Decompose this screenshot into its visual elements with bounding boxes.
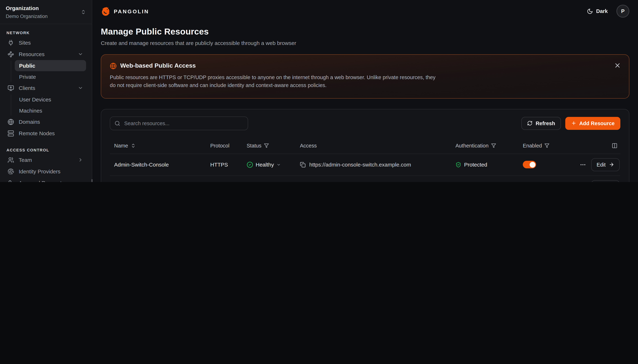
sidebar: Organization Demo Organization NETWORKSi… bbox=[0, 0, 92, 182]
sidebar-item-label: Remote Nodes bbox=[19, 130, 83, 136]
chevron-right-icon bbox=[78, 157, 83, 162]
resource-name: Admin-Switch-Console bbox=[114, 162, 169, 168]
cell-access: https://admin-console-switch.example.com bbox=[295, 162, 451, 168]
sidebar-item-remote-nodes[interactable]: Remote Nodes bbox=[6, 128, 86, 139]
sidebar-item-clients[interactable]: Clients bbox=[6, 82, 86, 94]
globe-icon bbox=[8, 118, 14, 125]
brand: PANGOLIN bbox=[101, 6, 149, 16]
org-switcher-label: Organization bbox=[6, 5, 81, 12]
info-banner: Web-based Public Access Public resources… bbox=[101, 54, 629, 98]
chevron-down-icon bbox=[276, 162, 281, 167]
page-subtitle: Create and manage resources that are pub… bbox=[101, 40, 629, 46]
sidebar-item-machines[interactable]: Machines bbox=[15, 105, 86, 116]
filter-icon[interactable] bbox=[264, 143, 269, 148]
sidebar-item-private[interactable]: Private bbox=[15, 71, 86, 82]
toggle-knob bbox=[529, 162, 535, 168]
cell-status: Healthy bbox=[242, 162, 295, 168]
sidebar-item-identity-providers[interactable]: Identity Providers bbox=[6, 166, 86, 177]
globe-icon bbox=[110, 62, 117, 69]
app-window: Organization Demo Organization NETWORKSi… bbox=[0, 0, 638, 182]
avatar[interactable]: P bbox=[616, 5, 629, 18]
sidebar-subitem-label: Private bbox=[19, 74, 36, 80]
cell-enabled bbox=[518, 161, 572, 168]
plus-icon bbox=[571, 121, 576, 126]
table-toolbar: Refresh Add Resource bbox=[110, 116, 620, 130]
status-label: Healthy bbox=[256, 162, 274, 168]
sidebar-item-team[interactable]: Team bbox=[6, 154, 86, 166]
edit-button[interactable]: Edit bbox=[591, 180, 620, 182]
moon-icon bbox=[587, 8, 593, 14]
banner-title: Web-based Public Access bbox=[120, 62, 196, 70]
sidebar-item-label: Clients bbox=[19, 85, 73, 91]
column-header-authentication[interactable]: Authentication bbox=[451, 143, 518, 149]
pangolin-logo-icon bbox=[101, 6, 111, 16]
plug-icon bbox=[8, 40, 14, 46]
sidebar-item-approval-requests[interactable]: Approval Requests bbox=[6, 177, 86, 182]
sidebar-item-label: Identity Providers bbox=[19, 169, 83, 174]
add-resource-label: Add Resource bbox=[579, 120, 614, 126]
add-resource-button[interactable]: Add Resource bbox=[565, 117, 620, 130]
search-input[interactable] bbox=[124, 120, 243, 126]
copy-icon[interactable] bbox=[300, 162, 306, 168]
refresh-button[interactable]: Refresh bbox=[521, 117, 561, 130]
search-icon bbox=[115, 120, 120, 126]
table-row: Admin-Switch-ConsoleHTTPSHealthyhttps://… bbox=[110, 154, 620, 176]
column-header-enabled[interactable]: Enabled bbox=[518, 143, 572, 149]
sidebar-item-resources[interactable]: Resources bbox=[6, 48, 86, 60]
cell-actions: Edit bbox=[572, 180, 620, 182]
enabled-toggle[interactable] bbox=[523, 161, 536, 168]
theme-toggle-button[interactable]: Dark bbox=[585, 8, 610, 14]
sidebar-section-label: NETWORK bbox=[6, 28, 86, 37]
table-body: Admin-Switch-ConsoleHTTPSHealthyhttps://… bbox=[110, 154, 620, 182]
filter-icon[interactable] bbox=[544, 143, 549, 148]
sidebar-item-user-devices[interactable]: User Devices bbox=[15, 94, 86, 105]
close-icon[interactable] bbox=[614, 62, 621, 69]
column-header-protocol: Protocol bbox=[206, 143, 242, 149]
org-switcher-value: Demo Organization bbox=[6, 14, 81, 19]
arrow-right-icon bbox=[609, 162, 614, 168]
resource-url: https://admin-console-switch.example.com bbox=[309, 162, 411, 168]
user-cog-icon bbox=[8, 180, 14, 182]
resource-protocol: HTTPS bbox=[210, 162, 228, 168]
sidebar-item-public[interactable]: Public bbox=[15, 60, 86, 71]
sidebar-section-label: ACCESS CONTROL bbox=[6, 145, 86, 154]
topbar: PANGOLIN Dark P bbox=[101, 0, 629, 19]
theme-toggle-label: Dark bbox=[596, 8, 608, 14]
sort-icon[interactable] bbox=[131, 143, 136, 148]
auth-badge: Protected bbox=[455, 162, 487, 168]
brand-name: PANGOLIN bbox=[114, 8, 149, 14]
edit-label: Edit bbox=[597, 162, 605, 168]
sidebar-item-label: Resources bbox=[19, 52, 73, 57]
circle-check-icon bbox=[247, 162, 253, 168]
column-header-name[interactable]: Name bbox=[110, 143, 206, 149]
sidebar-item-label: Domains bbox=[19, 119, 83, 124]
row-menu-button[interactable] bbox=[580, 162, 586, 168]
table-header-row: Name Protocol Status Access Authenticati… bbox=[110, 138, 620, 154]
edit-button[interactable]: Edit bbox=[591, 158, 620, 171]
status-dropdown[interactable]: Healthy bbox=[247, 162, 281, 168]
filter-icon[interactable] bbox=[491, 143, 496, 148]
refresh-label: Refresh bbox=[536, 120, 555, 126]
sidebar-item-label: Sites bbox=[19, 40, 83, 45]
cell-authentication: Protected bbox=[451, 162, 518, 168]
column-header-status[interactable]: Status bbox=[242, 143, 295, 149]
shield-check-icon bbox=[455, 162, 461, 168]
sidebar-section-access-control: ACCESS CONTROLTeamIdentity ProvidersAppr… bbox=[6, 145, 86, 182]
monitor-up-icon bbox=[8, 85, 14, 91]
chevron-down-icon bbox=[78, 85, 83, 91]
sidebar-nav: NETWORKSitesResourcesPublicPrivateClient… bbox=[0, 24, 92, 182]
sidebar-subitem-label: Machines bbox=[19, 107, 42, 114]
search-box bbox=[110, 116, 248, 130]
chevrons-up-down-icon bbox=[81, 9, 86, 15]
sidebar-resize-handle[interactable] bbox=[92, 179, 93, 182]
main-content: PANGOLIN Dark P Manage Public Resources … bbox=[92, 0, 638, 182]
refresh-icon bbox=[527, 121, 532, 126]
column-header-access: Access bbox=[295, 143, 451, 149]
sidebar-item-domains[interactable]: Domains bbox=[6, 116, 86, 128]
org-switcher[interactable]: Organization Demo Organization bbox=[0, 0, 92, 24]
sidebar-item-sites[interactable]: Sites bbox=[6, 37, 86, 48]
waypoints-icon bbox=[8, 51, 14, 57]
columns-view-icon[interactable] bbox=[612, 143, 617, 149]
cell-actions: Edit bbox=[572, 158, 620, 171]
banner-description: Public resources are HTTPS or TCP/UDP pr… bbox=[110, 74, 436, 90]
